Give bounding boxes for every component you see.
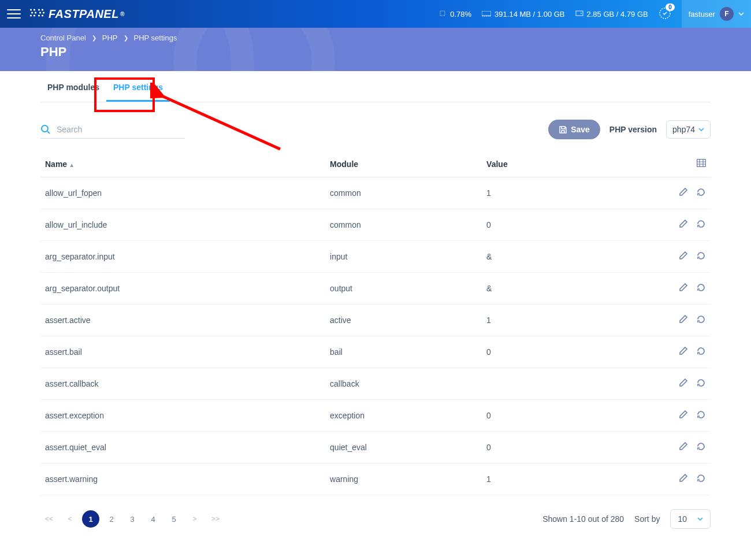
edit-button[interactable]: [678, 346, 688, 358]
brand-icon: [30, 8, 45, 21]
cell-actions: [585, 432, 711, 463]
memory-stat[interactable]: 391.14 MB / 1.00 GB: [482, 10, 564, 18]
cell-module: exception: [325, 400, 482, 432]
breadcrumb-item[interactable]: PHP: [102, 34, 118, 42]
reset-button[interactable]: [696, 283, 706, 294]
page-number[interactable]: 3: [124, 510, 141, 528]
page-number[interactable]: 5: [165, 510, 183, 528]
cell-name: assert.active: [40, 305, 325, 336]
edit-button[interactable]: [678, 283, 688, 294]
cell-module: common: [325, 177, 482, 209]
breadcrumb-item[interactable]: PHP settings: [134, 34, 177, 42]
col-actions[interactable]: [585, 151, 711, 177]
edit-button[interactable]: [678, 410, 688, 421]
edit-button[interactable]: [678, 314, 688, 326]
edit-button[interactable]: [678, 473, 688, 485]
notif-count: 0: [666, 3, 675, 11]
table-row: assert.quiet_evalquiet_eval0: [40, 432, 711, 463]
cell-module: bail: [325, 336, 482, 368]
table-row: arg_separator.inputinput&: [40, 241, 711, 273]
cell-module: input: [325, 241, 482, 273]
search-input[interactable]: [57, 125, 158, 134]
user-menu[interactable]: fastuser F: [682, 0, 751, 28]
page-number[interactable]: 4: [144, 510, 162, 528]
cell-value: 0: [482, 432, 585, 463]
col-module[interactable]: Module: [325, 151, 482, 177]
disk-stat[interactable]: 2.85 GB / 4.79 GB: [575, 9, 648, 19]
avatar: F: [720, 7, 734, 21]
save-icon: [559, 125, 567, 134]
reset-button[interactable]: [696, 251, 706, 262]
settings-table: Name▲ Module Value allow_url_fopencommon…: [40, 151, 711, 495]
svg-rect-1: [482, 11, 491, 16]
notifications[interactable]: 0: [659, 7, 671, 21]
brand-logo[interactable]: FASTPANEL®: [30, 8, 125, 21]
cell-actions: [585, 241, 711, 273]
cell-name: assert.warning: [40, 463, 325, 495]
tabs: PHP modules PHP settings: [40, 71, 711, 102]
page-number[interactable]: 1: [82, 510, 99, 528]
col-name[interactable]: Name▲: [40, 151, 325, 177]
edit-button[interactable]: [678, 219, 688, 231]
page-last[interactable]: >>: [207, 510, 224, 528]
col-value[interactable]: Value: [482, 151, 585, 177]
cell-name: assert.bail: [40, 336, 325, 368]
save-button[interactable]: Save: [548, 120, 600, 139]
main-content: PHP modules PHP settings Save PHP versio…: [0, 71, 751, 546]
cell-value: &: [482, 241, 585, 273]
cell-module: output: [325, 273, 482, 305]
shown-text: Shown 1-10 out of 280: [542, 514, 624, 524]
svg-point-5: [42, 125, 48, 132]
reset-button[interactable]: [696, 314, 706, 326]
cell-actions: [585, 305, 711, 336]
search-icon: [40, 124, 51, 135]
page-prev[interactable]: <: [61, 510, 79, 528]
edit-button[interactable]: [678, 187, 688, 199]
table-row: assert.warningwarning1: [40, 463, 711, 495]
cell-value: 0: [482, 209, 585, 241]
cell-actions: [585, 463, 711, 495]
edit-button[interactable]: [678, 442, 688, 453]
page-next[interactable]: >: [186, 510, 203, 528]
sortby-label: Sort by: [634, 514, 660, 524]
edit-button[interactable]: [678, 378, 688, 390]
toolbar: Save PHP version php74: [40, 102, 711, 151]
tab-php-modules[interactable]: PHP modules: [40, 71, 106, 102]
page-size-select[interactable]: 10: [670, 509, 711, 529]
page-number[interactable]: 2: [103, 510, 120, 528]
reset-button[interactable]: [696, 442, 706, 453]
menu-toggle[interactable]: [7, 9, 21, 18]
reset-button[interactable]: [696, 346, 706, 358]
cell-value: 1: [482, 305, 585, 336]
reset-button[interactable]: [696, 473, 706, 485]
cell-module: quiet_eval: [325, 432, 482, 463]
version-select[interactable]: php74: [666, 120, 711, 139]
reset-button[interactable]: [696, 378, 706, 390]
edit-button[interactable]: [678, 251, 688, 262]
cell-name: assert.callback: [40, 368, 325, 400]
svg-rect-2: [576, 11, 583, 16]
reset-button[interactable]: [696, 219, 706, 231]
table-row: allow_url_fopencommon1: [40, 177, 711, 209]
brand-text: FASTPANEL: [49, 8, 119, 21]
tab-php-settings[interactable]: PHP settings: [106, 71, 170, 102]
cell-module: warning: [325, 463, 482, 495]
cell-actions: [585, 336, 711, 368]
cell-value: [482, 368, 585, 400]
breadcrumb-item[interactable]: Control Panel: [40, 34, 86, 42]
subheader: Control Panel ❯ PHP ❯ PHP settings PHP: [0, 28, 751, 71]
cell-name: allow_url_include: [40, 209, 325, 241]
table-row: assert.bailbail0: [40, 336, 711, 368]
reset-button[interactable]: [696, 187, 706, 199]
reset-button[interactable]: [696, 410, 706, 421]
chevron-down-icon: [738, 12, 744, 16]
cpu-stat[interactable]: 0.78%: [438, 9, 471, 19]
chevron-down-icon: [698, 128, 704, 131]
cell-actions: [585, 177, 711, 209]
page-title: PHP: [40, 44, 711, 60]
topbar: FASTPANEL® 0.78% 391.14 MB / 1.00 GB 2.8…: [0, 0, 751, 28]
cell-name: assert.quiet_eval: [40, 432, 325, 463]
cell-actions: [585, 209, 711, 241]
page-first[interactable]: <<: [40, 510, 58, 528]
chevron-down-icon: [697, 517, 703, 521]
